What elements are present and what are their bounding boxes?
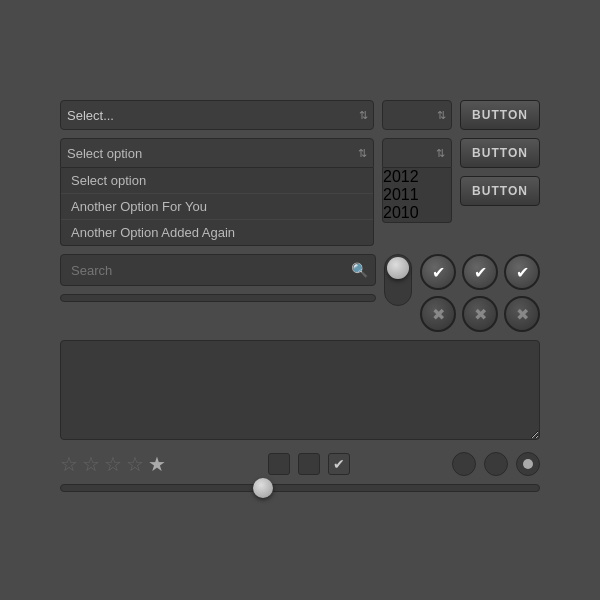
year-arrow-icon: ⇅	[436, 147, 445, 160]
dropdown-header-label: Select option	[67, 146, 142, 161]
dropdown-list: Select option Another Option For You Ano…	[60, 168, 374, 246]
select-1-wrapper: Select...	[60, 100, 374, 130]
check-yes-2[interactable]: ✔	[462, 254, 498, 290]
year-label-2012: 2012	[383, 168, 419, 185]
checkbox-2[interactable]	[298, 453, 320, 475]
checkbox-3[interactable]: ✔	[328, 453, 350, 475]
progress-bar	[60, 294, 376, 302]
year-list: 2012 2011 2010	[382, 168, 452, 223]
button-2[interactable]: BUTTON	[460, 138, 540, 168]
radio-2[interactable]	[484, 452, 508, 476]
toggle-switch[interactable]	[384, 254, 412, 306]
star-rating: ☆ ☆ ☆ ☆ ★	[60, 452, 166, 476]
textarea-wrapper	[60, 340, 540, 444]
check-group: ✔ ✔ ✔ ✖ ✖ ✖	[420, 254, 540, 332]
toggle-knob	[387, 257, 409, 279]
left-section: 🔍	[60, 254, 376, 302]
select-1[interactable]: Select...	[60, 100, 374, 130]
year-item-2010[interactable]: 2010	[383, 204, 451, 222]
star-3[interactable]: ☆	[104, 452, 122, 476]
dropdown-open-wrapper: Select option ⇅ Select option Another Op…	[60, 138, 374, 246]
button-3[interactable]: BUTTON	[460, 176, 540, 206]
year-item-2012[interactable]: 2012	[383, 168, 451, 186]
star-5[interactable]: ★	[148, 452, 166, 476]
star-2[interactable]: ☆	[82, 452, 100, 476]
buttons-col: BUTTON BUTTON	[460, 138, 540, 206]
check-no-2[interactable]: ✖	[462, 296, 498, 332]
search-icon: 🔍	[351, 262, 368, 278]
dropdown-item-label-1: Another Option For You	[71, 199, 207, 214]
search-input[interactable]	[60, 254, 376, 286]
dropdown-item-1[interactable]: Another Option For You	[61, 194, 373, 220]
check-no-1[interactable]: ✖	[420, 296, 456, 332]
button-1[interactable]: BUTTON	[460, 100, 540, 130]
star-4[interactable]: ☆	[126, 452, 144, 476]
check-yes-1[interactable]: ✔	[420, 254, 456, 290]
star-1[interactable]: ☆	[60, 452, 78, 476]
check-no-3[interactable]: ✖	[504, 296, 540, 332]
year-item-2011[interactable]: 2011	[383, 186, 451, 204]
select-2[interactable]	[382, 100, 452, 130]
year-dropdown-wrapper: ⇅ 2012 2011 2010	[382, 138, 452, 223]
dropdown-item-2[interactable]: Another Option Added Again	[61, 220, 373, 245]
toggle-wrapper	[384, 254, 412, 306]
dropdown-item-0[interactable]: Select option	[61, 168, 373, 194]
year-label-2010: 2010	[383, 204, 419, 221]
select-2-wrapper	[382, 100, 452, 130]
slider-row	[60, 484, 540, 492]
dropdown-item-label-0: Select option	[71, 173, 146, 188]
checkbox-group: ✔	[268, 453, 350, 475]
checkbox-1[interactable]	[268, 453, 290, 475]
dropdown-arrow-icon: ⇅	[358, 147, 367, 160]
check-yes-3[interactable]: ✔	[504, 254, 540, 290]
dropdown-item-label-2: Another Option Added Again	[71, 225, 235, 240]
radio-1[interactable]	[452, 452, 476, 476]
radio-3[interactable]	[516, 452, 540, 476]
radio-group	[452, 452, 540, 476]
search-wrapper: 🔍	[60, 254, 376, 286]
range-slider[interactable]	[60, 484, 540, 492]
textarea[interactable]	[60, 340, 540, 440]
year-label-2011: 2011	[383, 186, 419, 203]
